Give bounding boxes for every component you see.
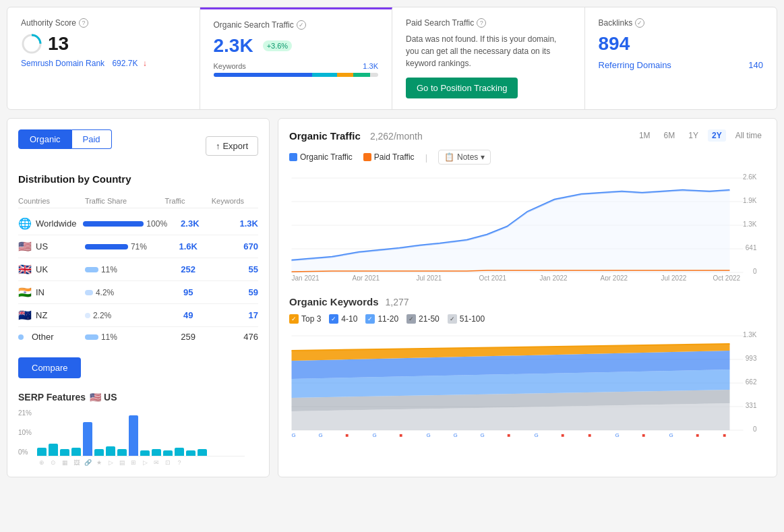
serp-bar (175, 448, 184, 456)
authority-label-text: Authority Score (21, 18, 76, 28)
11-20-checkbox[interactable]: ✓ (365, 314, 375, 324)
referring-label: Referring Domains (599, 60, 671, 70)
authority-ring-icon (21, 33, 42, 55)
serp-bar (94, 449, 104, 456)
countries-table: Countries Traffic Share Traffic Keywords… (18, 194, 258, 347)
serp-features-section: SERP Features 🇺🇸 US 21% 10% 0% (18, 392, 258, 466)
keywords-legend: ✓ Top 3 ✓ 4-10 ✓ 11-20 ✓ 21-50 ✓ 51-10 (289, 314, 766, 324)
share-bar (85, 244, 128, 249)
svg-text:1.3K: 1.3K (743, 331, 757, 338)
keyword-bar: Keywords 1.3K (214, 62, 379, 70)
organic-info-icon[interactable]: ✓ (297, 20, 306, 30)
svg-text:■: ■ (346, 432, 349, 438)
svg-text:G: G (373, 432, 377, 438)
svg-text:331: 331 (746, 402, 757, 409)
table-row: 🇺🇸 US 71% 1.6K 670 (18, 235, 258, 258)
svg-text:G: G (481, 432, 485, 438)
authority-info-icon[interactable]: ? (79, 18, 88, 28)
svg-text:1.3K: 1.3K (743, 220, 757, 228)
share-bar (83, 221, 144, 227)
other-dot-icon (18, 334, 24, 340)
keywords-chart-svg: 1.3K 993 662 331 0 (289, 330, 766, 438)
export-button[interactable]: ↑ Export (206, 136, 258, 156)
svg-text:G: G (615, 432, 620, 438)
left-panel: Organic Paid ↑ Export Distribution by Co… (7, 118, 270, 477)
notes-chevron-icon: ▾ (481, 152, 485, 162)
authority-value: 13 (48, 33, 69, 55)
notes-button[interactable]: 📋 Notes ▾ (438, 150, 491, 165)
tab-paid[interactable]: Paid (72, 129, 112, 149)
keywords-chart: 1.3K 993 662 331 0 (289, 330, 766, 440)
table-header: Countries Traffic Share Traffic Keywords (18, 194, 258, 208)
51-100-checkbox[interactable]: ✓ (448, 314, 457, 324)
svg-text:1.9K: 1.9K (743, 197, 757, 204)
table-row: 🌐 Worldwide 100% 2.3K 1.3K (18, 212, 258, 235)
svg-text:G: G (319, 432, 323, 438)
backlinks-value: 894 (599, 33, 630, 54)
keywords-count: 1,277 (386, 297, 409, 307)
serp-icon-row: ⊕ ⊙ ▦ 🖼 🔗 ★ ▷ ▤ ⊞ ▷ ✉ ⊡ ? (37, 459, 245, 466)
export-icon: ↑ (216, 141, 220, 151)
content-area: Organic Paid ↑ Export Distribution by Co… (7, 118, 777, 477)
organic-chart-title: Organic Traffic (289, 130, 361, 142)
organic-label: Organic Search Traffic ✓ (214, 20, 379, 30)
svg-text:993: 993 (746, 355, 757, 362)
chart-legend: Organic Traffic Paid Traffic | 📋 Notes ▾ (289, 150, 766, 165)
serp-title: SERP Features 🇺🇸 US (18, 392, 258, 403)
share-bar (85, 290, 93, 295)
distribution-title: Distribution by Country (18, 173, 258, 185)
filter-all[interactable]: All time (731, 129, 766, 142)
uk-flag-icon: 🇬🇧 (18, 263, 32, 276)
svg-text:■: ■ (508, 432, 511, 438)
filter-6m[interactable]: 6M (660, 129, 680, 142)
svg-text:Jan 2022: Jan 2022 (540, 274, 568, 280)
svg-text:641: 641 (746, 244, 757, 252)
table-row: 🇮🇳 IN 4.2% 95 59 (18, 281, 258, 304)
authority-score-card: Authority Score ? 13 Semrush Domain Rank… (7, 7, 200, 109)
compare-button[interactable]: Compare (18, 357, 81, 378)
serp-bar (152, 449, 161, 456)
svg-text:Apr 2022: Apr 2022 (601, 274, 628, 280)
serp-bar (106, 446, 115, 456)
svg-text:Jul 2022: Jul 2022 (661, 274, 687, 280)
21-50-checkbox[interactable]: ✓ (406, 314, 416, 324)
table-row: 🇳🇿 NZ 2.2% 49 17 (18, 304, 258, 327)
serp-bar (71, 448, 81, 456)
svg-text:G: G (454, 432, 458, 438)
filter-2y[interactable]: 2Y (708, 129, 726, 142)
go-to-position-tracking-button[interactable]: Go to Position Tracking (406, 78, 518, 98)
notes-label: Notes (457, 152, 478, 162)
organic-label-text: Organic Search Traffic (214, 20, 294, 30)
notes-icon: 📋 (444, 152, 454, 162)
paid-info-icon[interactable]: ? (477, 18, 486, 28)
paid-legend-dot (363, 153, 371, 161)
4-10-checkbox[interactable]: ✓ (329, 314, 338, 324)
organic-traffic-card: Organic Search Traffic ✓ 2.3K +3.6% Keyw… (200, 7, 393, 109)
filter-1y[interactable]: 1Y (684, 129, 702, 142)
serp-bar (49, 444, 58, 456)
svg-text:Jul 2021: Jul 2021 (417, 274, 442, 280)
organic-badge: +3.6% (263, 40, 293, 51)
svg-text:G: G (669, 432, 673, 438)
organic-legend-dot (289, 153, 297, 161)
backlinks-info-icon[interactable]: ✓ (635, 18, 644, 28)
nz-flag-icon: 🇳🇿 (18, 309, 32, 322)
serp-bar (129, 415, 138, 456)
organic-chart-svg: 2.6K 1.9K 1.3K 641 0 (289, 173, 766, 280)
serp-bar (186, 450, 195, 456)
svg-text:0: 0 (753, 268, 757, 275)
us-flag-icon: 🇺🇸 (18, 240, 32, 253)
tab-organic[interactable]: Organic (18, 129, 72, 149)
serp-bar (140, 450, 150, 456)
svg-text:■: ■ (400, 432, 403, 438)
top3-checkbox[interactable]: ✓ (289, 314, 299, 324)
time-filters: 1M 6M 1Y 2Y All time (635, 129, 766, 142)
metrics-bar: Authority Score ? 13 Semrush Domain Rank… (7, 7, 777, 110)
organic-chart-subtitle: 2,262/month (370, 131, 423, 142)
filter-1m[interactable]: 1M (635, 129, 655, 142)
svg-text:0: 0 (753, 425, 757, 433)
organic-traffic-chart: 2.6K 1.9K 1.3K 641 0 (289, 173, 766, 283)
paid-label-text: Paid Search Traffic (406, 18, 474, 28)
svg-text:Oct 2022: Oct 2022 (713, 274, 741, 280)
share-bar (85, 313, 90, 318)
